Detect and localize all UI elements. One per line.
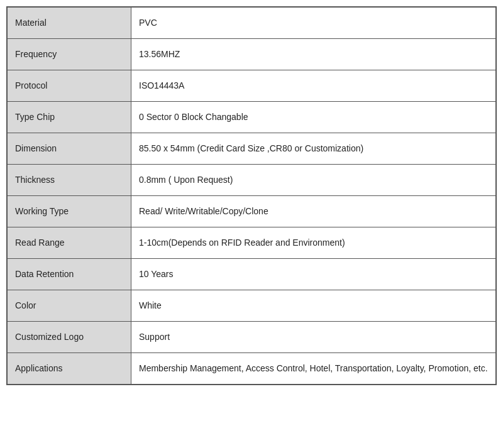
row-value-8: 10 Years [131,259,496,290]
row-label-6: Working Type [8,196,131,227]
table-row: Data Retention10 Years [8,259,496,290]
row-label-2: Protocol [8,70,131,102]
row-value-6: Read/ Write/Writable/Copy/Clone [131,196,496,227]
table-row: ApplicationsMembership Management, Acces… [8,353,496,385]
table-row: Type Chip0 Sector 0 Block Changable [8,102,496,133]
row-label-9: Color [8,290,131,322]
row-label-5: Thickness [8,165,131,196]
table-row: Working TypeRead/ Write/Writable/Copy/Cl… [8,196,496,227]
table-row: Read Range1-10cm(Depends on RFID Reader … [8,227,496,259]
row-value-7: 1-10cm(Depends on RFID Reader and Enviro… [131,227,496,259]
row-label-7: Read Range [8,227,131,259]
table-row: Customized LogoSupport [8,322,496,353]
row-value-2: ISO14443A [131,70,496,102]
row-label-4: Dimension [8,133,131,165]
row-label-11: Applications [8,353,131,385]
table-row: Thickness0.8mm ( Upon Request) [8,165,496,196]
row-label-10: Customized Logo [8,322,131,353]
row-value-11: Membership Management, Access Control, H… [131,353,496,385]
table-row: Dimension85.50 x 54mm (Credit Card Size … [8,133,496,165]
row-label-8: Data Retention [8,259,131,290]
row-value-10: Support [131,322,496,353]
specs-table: MaterialPVCFrequency13.56MHZProtocolISO1… [6,6,497,385]
table-row: ProtocolISO14443A [8,70,496,102]
row-value-0: PVC [131,8,496,39]
row-value-9: White [131,290,496,322]
table-row: MaterialPVC [8,8,496,39]
row-value-5: 0.8mm ( Upon Request) [131,165,496,196]
table-row: ColorWhite [8,290,496,322]
row-label-0: Material [8,8,131,39]
row-value-4: 85.50 x 54mm (Credit Card Size ,CR80 or … [131,133,496,165]
row-value-1: 13.56MHZ [131,39,496,70]
row-label-1: Frequency [8,39,131,70]
row-value-3: 0 Sector 0 Block Changable [131,102,496,133]
table-row: Frequency13.56MHZ [8,39,496,70]
row-label-3: Type Chip [8,102,131,133]
